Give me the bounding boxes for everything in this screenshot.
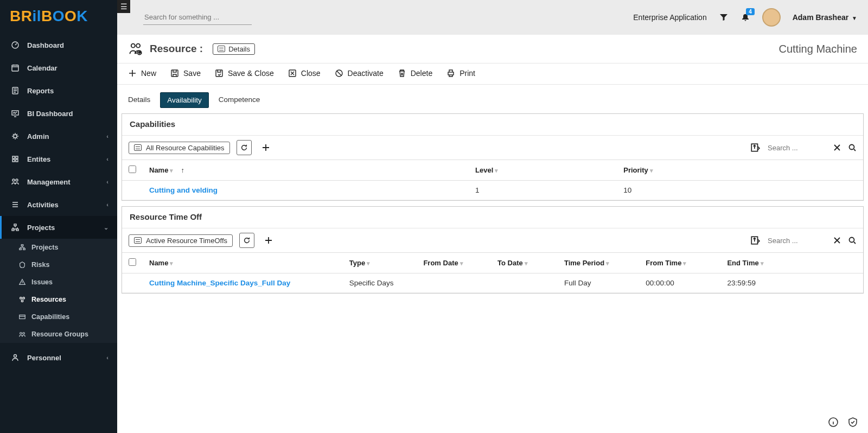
app-name: Enterprise Application <box>633 13 706 22</box>
cell-from-time: 00:00:00 <box>639 273 720 293</box>
col-name[interactable]: Name <box>149 259 168 267</box>
shield-check-icon[interactable] <box>847 417 858 428</box>
clear-icon[interactable] <box>833 236 841 245</box>
table-row[interactable]: Cutting and velding 1 10 <box>122 181 863 200</box>
subnav-label: Projects <box>31 244 58 251</box>
sidebar-item-personnel[interactable]: Personnel‹ <box>0 346 117 369</box>
col-name[interactable]: Name <box>149 166 168 174</box>
panel-title: Capabilities <box>122 114 863 136</box>
filter-icon[interactable]: ▾ <box>683 260 686 266</box>
sidebar-item-activities[interactable]: Activities‹ <box>0 193 117 216</box>
refresh-button[interactable] <box>237 140 252 155</box>
tool-label: Print <box>459 69 475 78</box>
tab-competence[interactable]: Competence <box>212 92 267 108</box>
delete-button[interactable]: Delete <box>398 69 432 78</box>
col-from-date[interactable]: From Date <box>423 259 458 267</box>
table-row[interactable]: Cutting Machine_Specific Days_Full Day S… <box>122 273 863 293</box>
svg-rect-7 <box>14 224 16 226</box>
view-chip[interactable]: Details <box>213 43 255 55</box>
svg-point-14 <box>23 297 25 300</box>
user-menu[interactable]: Adam Brashear ▼ <box>793 13 857 22</box>
col-end-time[interactable]: End Time <box>727 259 758 267</box>
subnav-label: Issues <box>31 278 53 286</box>
chevron-left-icon: ‹ <box>106 201 108 208</box>
tool-label: Deactivate <box>348 69 384 78</box>
sidebar-item-bi-dashboard[interactable]: BI Dashboard <box>0 102 117 125</box>
sidebar-item-calendar[interactable]: Calendar <box>0 56 117 79</box>
print-button[interactable]: Print <box>446 69 475 78</box>
filter-icon[interactable]: ▾ <box>606 260 609 266</box>
subnav-projects[interactable]: Projects <box>0 239 117 256</box>
subnav-risks[interactable]: Risks <box>0 256 117 273</box>
subnav-label: Resource Groups <box>31 330 88 338</box>
tab-availability[interactable]: Availability <box>160 92 209 108</box>
close-button[interactable]: Close <box>288 69 321 78</box>
filter-icon[interactable]: ▾ <box>495 167 498 174</box>
filter-icon[interactable]: ▾ <box>525 260 528 266</box>
list-icon <box>218 46 225 52</box>
subnav-resource-groups[interactable]: Resource Groups <box>0 326 117 343</box>
cell-from-date <box>417 273 491 293</box>
filter-icon[interactable]: ▾ <box>761 260 764 266</box>
hamburger-toggle[interactable]: ☰ <box>117 0 130 13</box>
select-all-checkbox[interactable] <box>129 258 136 266</box>
export-icon[interactable] <box>750 235 760 245</box>
subnav-issues[interactable]: Issues <box>0 273 117 291</box>
sidebar-item-management[interactable]: Management‹ <box>0 170 117 193</box>
sidebar-label: Admin <box>27 132 49 141</box>
avatar[interactable] <box>762 8 781 27</box>
timeoff-view-chip[interactable]: Active Resource TimeOffs <box>129 234 233 247</box>
logo: BRilBOOK <box>0 0 117 30</box>
subnav-resources[interactable]: Resources <box>0 291 117 308</box>
capabilities-search-input[interactable] <box>767 142 826 154</box>
export-icon[interactable] <box>750 143 760 152</box>
notifications-icon[interactable]: 4 <box>741 12 750 22</box>
col-priority[interactable]: Priority <box>623 166 648 174</box>
svg-point-5 <box>12 179 15 181</box>
svg-rect-23 <box>171 70 178 77</box>
filter-icon[interactable] <box>719 12 729 22</box>
refresh-button[interactable] <box>239 233 254 248</box>
clear-icon[interactable] <box>833 143 841 152</box>
filter-icon[interactable]: ▾ <box>170 260 173 266</box>
sidebar-item-entities[interactable]: Entites‹ <box>0 148 117 170</box>
cell-to-date <box>491 273 558 293</box>
col-from-time[interactable]: From Time <box>646 259 681 267</box>
save-close-button[interactable]: Save & Close <box>215 69 274 78</box>
col-time-period[interactable]: Time Period <box>564 259 604 267</box>
filter-icon[interactable]: ▾ <box>460 260 463 266</box>
col-type[interactable]: Type <box>349 259 365 267</box>
filter-icon[interactable]: ▾ <box>367 260 370 266</box>
chevron-left-icon: ‹ <box>106 133 108 139</box>
subnav-capabilities[interactable]: Capabilities <box>0 308 117 326</box>
tabs: Details Availability Competence <box>117 85 868 108</box>
col-level[interactable]: Level <box>475 166 493 174</box>
save-button[interactable]: Save <box>170 69 201 78</box>
search-icon[interactable] <box>848 236 857 245</box>
deactivate-button[interactable]: Deactivate <box>335 69 384 78</box>
new-button[interactable]: New <box>128 69 156 78</box>
add-button[interactable] <box>258 140 273 155</box>
subnav-label: Risks <box>31 261 49 269</box>
filter-icon[interactable]: ▾ <box>170 167 173 174</box>
timeoff-search-input[interactable] <box>767 234 826 247</box>
sidebar-label: Activities <box>27 201 59 209</box>
cell-end-time: 23:59:59 <box>720 273 863 293</box>
col-to-date[interactable]: To Date <box>497 259 523 267</box>
global-search-input[interactable] <box>143 10 252 25</box>
sidebar-item-dashboard[interactable]: Dashboard <box>0 34 117 56</box>
filter-icon[interactable]: ▾ <box>650 167 653 174</box>
sidebar-item-projects[interactable]: Projects⌄ <box>0 216 117 239</box>
sidebar-item-admin[interactable]: Admin‹ <box>0 125 117 148</box>
search-icon[interactable] <box>848 143 857 152</box>
info-icon[interactable] <box>828 417 839 428</box>
capability-link[interactable]: Cutting and velding <box>149 186 218 194</box>
timeoff-link[interactable]: Cutting Machine_Specific Days_Full Day <box>149 279 290 287</box>
svg-rect-11 <box>20 249 22 250</box>
sidebar-item-reports[interactable]: Reports <box>0 79 117 102</box>
sort-asc-icon[interactable]: ↑ <box>181 166 184 174</box>
add-button[interactable] <box>261 233 276 248</box>
select-all-checkbox[interactable] <box>129 165 136 173</box>
capabilities-view-chip[interactable]: All Resource Capabilities <box>129 142 230 154</box>
tab-details[interactable]: Details <box>122 92 157 108</box>
